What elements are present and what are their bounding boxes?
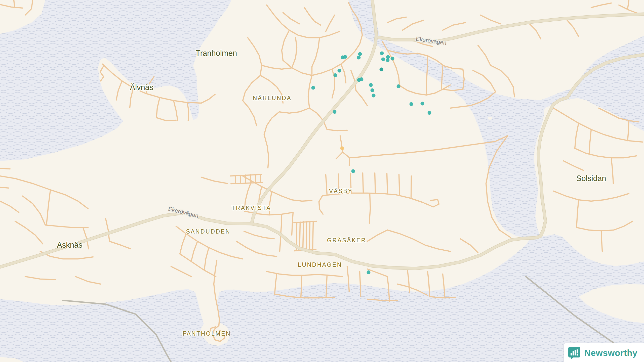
newsworthy-icon — [568, 346, 581, 359]
data-point-marker[interactable] — [357, 56, 361, 60]
minor-road — [399, 174, 399, 195]
data-point-marker[interactable] — [360, 77, 364, 81]
minor-road — [260, 174, 261, 183]
map-label-district: NÄRLUNDA — [253, 95, 292, 101]
map-label-district: FANTHOLMEN — [183, 330, 231, 337]
minor-road — [250, 175, 251, 183]
data-point-marker[interactable] — [369, 83, 373, 87]
minor-road — [0, 168, 10, 169]
newsworthy-wordmark: Newsworthy — [584, 348, 637, 358]
minor-road — [245, 175, 246, 183]
map-label-district: LUNDHAGEN — [298, 261, 342, 268]
newsworthy-logo[interactable]: Newsworthy — [564, 343, 644, 362]
map-label-district: TRÄKVISTA — [231, 205, 271, 211]
minor-road — [363, 173, 363, 193]
map-canvas[interactable]: TranholmenÄlvnäsAsknäsSolsidanNÄRLUNDATR… — [0, 0, 644, 362]
minor-road — [411, 176, 411, 198]
data-point-marker[interactable] — [386, 58, 390, 62]
map-label-district: SANDUDDEN — [186, 228, 230, 235]
minor-road — [0, 187, 9, 188]
data-point-marker[interactable] — [410, 102, 413, 106]
data-point-marker[interactable] — [371, 88, 374, 92]
data-point-marker[interactable] — [380, 68, 383, 71]
data-point-marker[interactable] — [340, 147, 344, 150]
data-point-marker[interactable] — [343, 55, 347, 59]
minor-road — [300, 222, 300, 250]
minor-road — [309, 221, 310, 250]
data-point-marker[interactable] — [428, 111, 431, 115]
map-label-place: Asknäs — [57, 241, 83, 249]
data-point-marker[interactable] — [311, 86, 315, 90]
map-image: TranholmenÄlvnäsAsknäsSolsidanNÄRLUNDATR… — [0, 0, 644, 362]
minor-road — [375, 173, 375, 193]
data-point-marker[interactable] — [351, 169, 355, 173]
data-point-marker[interactable] — [333, 110, 337, 114]
data-point-marker[interactable] — [381, 58, 385, 61]
minor-road — [255, 175, 256, 183]
islet — [488, 117, 492, 120]
map-label-district: GRÄSÅKER — [327, 237, 366, 244]
data-point-marker[interactable] — [334, 73, 337, 77]
map-label-place: Tranholmen — [196, 49, 237, 58]
data-point-marker[interactable] — [372, 94, 376, 98]
data-point-marker[interactable] — [397, 84, 400, 88]
map-label-district: VÄSBY — [329, 188, 353, 194]
minor-road — [303, 222, 303, 250]
minor-road — [313, 221, 313, 250]
minor-road — [387, 173, 387, 194]
data-point-marker[interactable] — [380, 52, 384, 55]
minor-road — [240, 175, 240, 183]
data-point-marker[interactable] — [391, 57, 394, 61]
minor-road — [14, 0, 15, 8]
data-point-marker[interactable] — [338, 69, 341, 73]
data-point-marker[interactable] — [367, 270, 371, 274]
minor-road — [235, 175, 235, 183]
map-label-place: Älvnäs — [130, 83, 153, 92]
data-point-marker[interactable] — [421, 102, 424, 106]
map-label-place: Solsidan — [576, 174, 606, 183]
data-point-marker[interactable] — [358, 52, 362, 56]
minor-road — [306, 221, 307, 250]
